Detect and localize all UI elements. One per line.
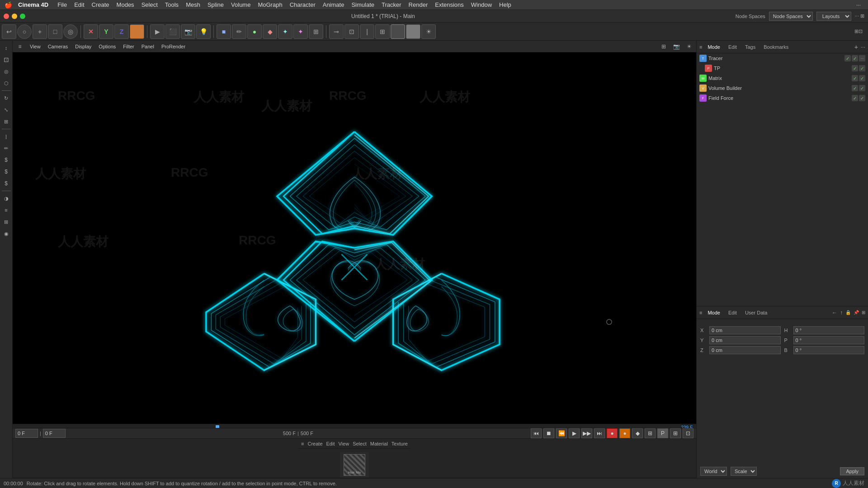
attr-tab-edit[interactable]: Edit (726, 306, 740, 319)
mat-menu-view[interactable]: View (338, 441, 349, 446)
menu-file[interactable]: File (54, 0, 71, 10)
vp-menu-display[interactable]: Display (73, 44, 93, 49)
toolbar-fx2[interactable]: ✦ (293, 24, 308, 39)
toolbar-add[interactable]: + (33, 24, 47, 39)
tool-dollar3[interactable]: $ (1, 178, 12, 189)
ff-vis-2[interactable]: ✓ (859, 95, 865, 101)
toolbar-x-axis[interactable]: ✕ (84, 24, 98, 39)
toolbar-z-axis[interactable]: Z (114, 24, 129, 39)
attr-lock-icon[interactable]: 🔒 (845, 310, 851, 315)
toolbar-measure[interactable]: | (360, 24, 374, 39)
toolbar-guide[interactable]: ⊸ (329, 24, 344, 39)
toolbar-cam[interactable]: 📷 (181, 24, 195, 39)
menu-edit[interactable]: Edit (71, 0, 88, 10)
tool-dollar1[interactable]: $ (1, 155, 12, 165)
obj-item-matrix[interactable]: M Matrix ✓ ✓ (697, 73, 868, 83)
start-frame-input[interactable] (43, 429, 66, 438)
obj-tab-bookmarks[interactable]: Bookmarks (761, 41, 791, 53)
toolbar-snap[interactable]: ⊡ (344, 24, 359, 39)
vb-vis-2[interactable]: ✓ (859, 85, 865, 91)
tool-select-box[interactable]: ⊡ (1, 54, 12, 65)
toolbar-pen[interactable]: ✏ (232, 24, 246, 39)
play-btn[interactable]: ▶ (569, 428, 580, 438)
obj-tab-tags[interactable]: Tags (742, 41, 758, 53)
menu-create[interactable]: Create (88, 0, 113, 10)
stop-btn[interactable]: ⏹ (543, 428, 554, 438)
vp-menu-panel[interactable]: Panel (140, 44, 156, 49)
obj-add-icon[interactable]: + (854, 43, 858, 51)
obj-tab-mode[interactable]: Mode (705, 41, 723, 53)
vp-menu-view[interactable]: View (28, 44, 42, 49)
vp-icon-grid[interactable]: ⊞ (659, 42, 668, 51)
menu-select[interactable]: Select (138, 0, 161, 10)
tool-grid[interactable]: ⊞ (1, 216, 12, 227)
toolbar-render2[interactable]: ⬛ (165, 24, 180, 39)
auto-key-btn[interactable]: ● (619, 428, 630, 438)
attr-x-input[interactable] (709, 326, 781, 334)
timeline-btn[interactable]: P (657, 428, 668, 438)
timeline-ruler[interactable]: 239 F 0 20 40 60 80 (13, 424, 696, 428)
toolbar-sculpt[interactable]: ● (247, 24, 262, 39)
tool-polygon[interactable]: ⬡ (1, 78, 12, 89)
tool-lasso[interactable]: ◎ (1, 66, 12, 77)
tool-pen[interactable]: ✏ (1, 143, 12, 154)
tracer-dots[interactable]: ··· (859, 55, 865, 61)
goto-start-btn[interactable]: ⏮ (531, 428, 542, 438)
toolbar-fx[interactable]: ✦ (278, 24, 292, 39)
matrix-vis-1[interactable]: ✓ (852, 75, 858, 81)
minimize-button[interactable] (12, 14, 17, 19)
play-fwd-btn[interactable]: ▶▶ (581, 428, 592, 438)
vp-menu-options[interactable]: Options (97, 44, 118, 49)
vp-icon-sun[interactable]: ☀ (684, 42, 693, 51)
vp-menu-prorender[interactable]: ProRender (160, 44, 187, 49)
menu-character[interactable]: Character (286, 0, 319, 10)
goto-end-btn[interactable]: ⏭ (594, 428, 605, 438)
toolbar-grid-mode[interactable]: ⊞ (375, 24, 390, 39)
attr-tab-userdata[interactable]: User Data (742, 306, 770, 319)
toolbar-scene[interactable]: ◆ (263, 24, 277, 39)
vp-menu-filter[interactable]: Filter (121, 44, 136, 49)
maximize-button[interactable] (20, 14, 25, 19)
menu-animate[interactable]: Animate (319, 0, 348, 10)
toolbar-color2[interactable] (406, 24, 420, 39)
toolbar-light[interactable]: 💡 (196, 24, 211, 39)
toolbar-select-live[interactable]: ○ (17, 24, 32, 39)
toolbar-color1[interactable] (391, 24, 405, 39)
toolbar-y-axis[interactable]: Y (99, 24, 113, 39)
motion-trail-btn[interactable]: ⊞ (645, 428, 656, 438)
menu-modes[interactable]: Modes (113, 0, 138, 10)
obj-search-icon[interactable]: ··· (861, 44, 865, 50)
obj-item-field-force[interactable]: F Field Force ✓ ✓ (697, 93, 868, 103)
vb-vis-1[interactable]: ✓ (852, 85, 858, 91)
tool-rotate[interactable]: ↻ (1, 93, 12, 103)
schema-btn[interactable]: ⊞ (670, 428, 681, 438)
scale-select[interactable]: Scale (731, 467, 757, 476)
tp-vis-2[interactable]: ✓ (859, 65, 865, 71)
menu-volume[interactable]: Volume (227, 0, 254, 10)
vp-menu-cameras[interactable]: Cameras (46, 44, 70, 49)
menu-window[interactable]: Window (467, 0, 495, 10)
toolbar-cube[interactable]: ■ (217, 24, 231, 39)
mat-menu-material[interactable]: Material (370, 441, 388, 446)
material-thumbnail-1[interactable]: Hair Ma (344, 454, 365, 476)
record-btn[interactable]: ● (607, 428, 618, 438)
node-spaces-select[interactable]: Node Spaces (769, 12, 813, 21)
attr-up-icon[interactable]: ↑ (840, 310, 843, 316)
toolbar-undo[interactable]: ↩ (2, 24, 16, 39)
attr-z-input[interactable] (709, 346, 781, 354)
toolbar-render-region[interactable]: □ (48, 24, 62, 39)
vp-icon-camera[interactable]: 📷 (672, 42, 681, 51)
menu-tools[interactable]: Tools (161, 0, 182, 10)
menu-mograph[interactable]: MoGraph (254, 0, 286, 10)
obj-item-tp[interactable]: P TP ✓ ✓ (702, 63, 868, 73)
toolbar-sun[interactable]: ☀ (421, 24, 436, 39)
toolbar-move[interactable]: ◎ (63, 24, 78, 39)
toolbar-deform[interactable]: ⊞ (309, 24, 323, 39)
menu-help[interactable]: Help (495, 0, 515, 10)
toolbar-orange[interactable] (130, 24, 144, 39)
apple-menu[interactable]: 🍎 (4, 0, 13, 10)
attr-panel-toggle[interactable]: ≡ (699, 310, 702, 315)
obj-item-tracer[interactable]: T Tracer ✓ ✓ ··· (697, 53, 868, 63)
attr-b-input[interactable] (793, 346, 865, 354)
mat-menu-create[interactable]: Create (307, 441, 322, 446)
